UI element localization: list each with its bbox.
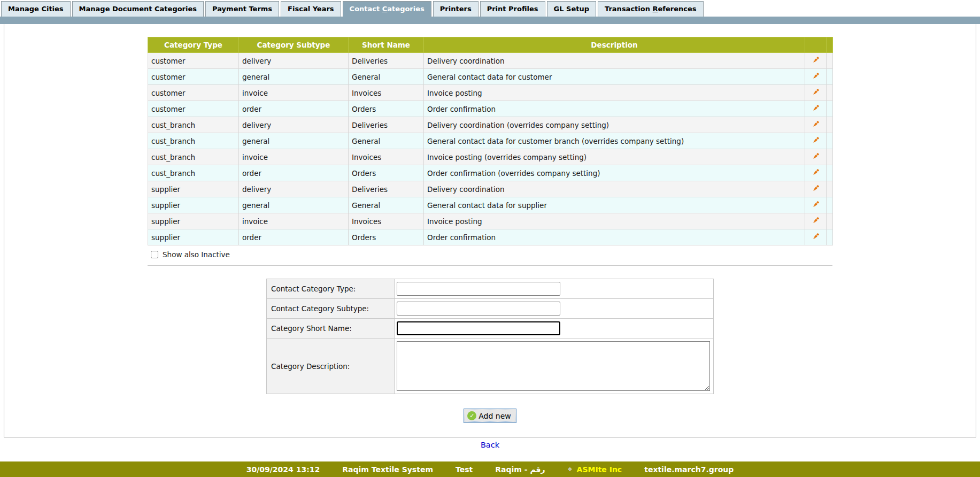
footer-company-link[interactable]: ASMIte Inc (577, 465, 622, 474)
cell-short-name: Deliveries (349, 53, 424, 69)
cell-description: General contact data for supplier (424, 197, 805, 213)
table-header-row: Category Type Category Subtype Short Nam… (148, 37, 833, 53)
cell-description: Invoice posting (424, 213, 805, 229)
category-description-input[interactable] (397, 341, 710, 391)
show-inactive-checkbox[interactable] (151, 251, 158, 258)
spacer-cell (827, 229, 833, 245)
add-new-button[interactable]: ✓ Add new (464, 409, 516, 423)
cell-subtype: invoice (239, 213, 349, 229)
company-favicon-icon: ❖ (568, 466, 573, 472)
tab-manage-cities[interactable]: Manage Cities (1, 1, 71, 17)
form-row: Category Short Name: (267, 319, 714, 338)
spacer-cell (827, 213, 833, 229)
pencil-icon[interactable] (805, 69, 827, 85)
tab-contact-categories[interactable]: Contact Categories (343, 1, 431, 17)
cell-type: customer (148, 101, 239, 117)
cell-description: Invoice posting (overrides company setti… (424, 149, 805, 165)
col-header-category-subtype: Category Subtype (239, 37, 349, 53)
form-row: Contact Category Type: (267, 279, 714, 299)
table-row: cust_branchdeliveryDeliveriesDelivery co… (148, 117, 833, 133)
show-inactive-label: Show also Inactive (163, 250, 230, 259)
category-description-cell (395, 338, 714, 394)
contact-category-subtype-label: Contact Category Subtype: (267, 299, 395, 319)
col-header-category-type: Category Type (148, 37, 239, 53)
table-row: customerdeliveryDeliveriesDelivery coord… (148, 53, 833, 69)
pencil-icon[interactable] (805, 117, 827, 133)
footer-environment: Test (456, 465, 473, 474)
cell-short-name: Invoices (349, 149, 424, 165)
footer-domain: textile.march7.group (644, 465, 734, 474)
cell-short-name: Deliveries (349, 181, 424, 197)
col-header-edit (805, 37, 827, 53)
footer-user: Raqim - رقم (495, 465, 545, 474)
tab-transaction-references[interactable]: Transaction References (598, 1, 704, 17)
cell-description: General contact data for customer branch… (424, 133, 805, 149)
spacer-cell (827, 197, 833, 213)
spacer-cell (827, 133, 833, 149)
pencil-icon[interactable] (805, 149, 827, 165)
show-inactive-row: Show also Inactive (148, 245, 832, 264)
tab-gl-setup[interactable]: GL Setup (547, 1, 596, 17)
cell-type: supplier (148, 197, 239, 213)
tab-print-profiles[interactable]: Print Profiles (480, 1, 545, 17)
category-short-name-label: Category Short Name: (267, 319, 395, 338)
pencil-icon[interactable] (805, 197, 827, 213)
cell-description: Order confirmation (424, 101, 805, 117)
table-row: suppliergeneralGeneralGeneral contact da… (148, 197, 833, 213)
footer-system-name: Raqim Textile System (342, 465, 433, 474)
form-row: Contact Category Subtype: (267, 299, 714, 319)
cell-type: supplier (148, 229, 239, 245)
cell-subtype: order (239, 165, 349, 181)
pencil-icon[interactable] (805, 181, 827, 197)
table-row: customerinvoiceInvoicesInvoice posting (148, 85, 833, 101)
pencil-icon[interactable] (805, 133, 827, 149)
col-header-short-name: Short Name (349, 37, 424, 53)
spacer-cell (827, 101, 833, 117)
tab-fiscal-years[interactable]: Fiscal Years (281, 1, 341, 17)
cell-type: customer (148, 53, 239, 69)
table-row: cust_branchorderOrdersOrder confirmation… (148, 165, 833, 181)
cell-subtype: order (239, 101, 349, 117)
cell-short-name: General (349, 133, 424, 149)
contact-category-type-input[interactable] (397, 282, 560, 296)
form-row: Category Description: (267, 338, 714, 394)
cell-subtype: delivery (239, 181, 349, 197)
footer-status-bar: 30/09/2024 13:12 Raqim Textile System Te… (0, 461, 980, 477)
footer-datetime: 30/09/2024 13:12 (246, 465, 320, 474)
pencil-icon[interactable] (805, 101, 827, 117)
cell-description: Delivery coordination (overrides company… (424, 117, 805, 133)
pencil-icon[interactable] (805, 165, 827, 181)
cell-short-name: Invoices (349, 85, 424, 101)
tab-printers[interactable]: Printers (433, 1, 479, 17)
table-row: supplierorderOrdersOrder confirmation (148, 229, 833, 245)
cell-short-name: Deliveries (349, 117, 424, 133)
check-circle-icon: ✓ (467, 411, 476, 420)
pencil-icon[interactable] (805, 213, 827, 229)
cell-short-name: Orders (349, 101, 424, 117)
cell-short-name: Orders (349, 165, 424, 181)
back-link[interactable]: Back (481, 441, 499, 449)
cell-short-name: General (349, 197, 424, 213)
category-short-name-input[interactable] (397, 321, 560, 335)
pencil-icon[interactable] (805, 229, 827, 245)
contact-category-type-cell (395, 279, 714, 299)
active-tab-strip (0, 17, 980, 24)
contact-categories-table: Category Type Category Subtype Short Nam… (148, 37, 833, 245)
spacer-cell (827, 149, 833, 165)
tab-manage-document-categories[interactable]: Manage Document Categories (72, 1, 204, 17)
spacer-cell (827, 165, 833, 181)
cell-subtype: general (239, 197, 349, 213)
spacer-cell (827, 181, 833, 197)
cell-type: supplier (148, 181, 239, 197)
category-description-label: Category Description: (267, 338, 395, 394)
col-header-description: Description (424, 37, 805, 53)
pencil-icon[interactable] (805, 53, 827, 69)
cell-type: cust_branch (148, 117, 239, 133)
spacer-cell (827, 85, 833, 101)
tab-payment-terms[interactable]: Payment Terms (205, 1, 279, 17)
pencil-icon[interactable] (805, 85, 827, 101)
contact-category-type-label: Contact Category Type: (267, 279, 395, 299)
add-new-button-label: Add new (479, 412, 511, 420)
cell-subtype: invoice (239, 149, 349, 165)
contact-category-subtype-input[interactable] (397, 302, 560, 316)
